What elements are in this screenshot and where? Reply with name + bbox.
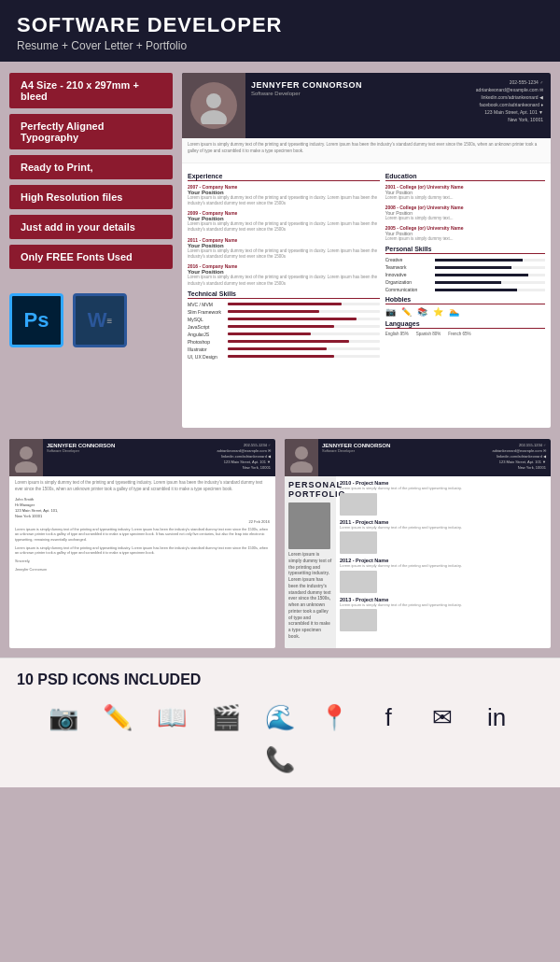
left-sidebar: A4 Size - 210 x 297mm + bleed Perfectly … <box>9 73 173 428</box>
icons-section: 10 PSD ICONS INCLUDED 📷✏️📖🎬🌊📍f✉in📞 <box>0 658 560 787</box>
cover-letter-contact: 202-555-1234 ♂ adriankeonard@example.com… <box>212 439 275 476</box>
resume-preview: JENNYFER CONNORSON Software Developer 20… <box>182 73 551 428</box>
phone-icon: 📞 <box>259 745 301 774</box>
page-header: SOFTWARE DEVELOPER Resume + Cover Letter… <box>0 0 560 62</box>
resume-body: Experience 2007 - Company Name Your Posi… <box>182 163 551 367</box>
portfolio-body: PERSONAL PORTFOLIO Lorem ipsum is simply… <box>285 476 551 648</box>
resume-candidate-name: JENNYFER CONNORSON <box>251 80 463 90</box>
education-entry: 2005 - College (or) University Name Your… <box>385 225 545 242</box>
language-row: English 95%Spanish 80%French 65% <box>385 332 545 336</box>
hobby-icon: 📷 <box>385 307 396 317</box>
tech-skill-row: MySQL <box>188 317 380 322</box>
resume-header: JENNYFER CONNORSON Software Developer 20… <box>182 73 551 138</box>
wave-icon: 🌊 <box>259 703 301 732</box>
education-entries: 2001 - College (or) University Name Your… <box>385 184 545 243</box>
tech-skill-row: Illustrator <box>188 347 380 352</box>
hobby-icon: ⭐ <box>433 307 443 317</box>
tech-skill-row: Photoshop <box>188 339 380 345</box>
tech-skill-row: UI, UX Design <box>188 354 380 360</box>
resume-contact: 202-555-1234 ♂ adriankeonard@example.com… <box>469 73 551 138</box>
portfolio-project: 2010 - Project Name Lorem ipsum is simpl… <box>340 480 547 516</box>
technical-skills-title: Technical Skills <box>188 290 380 299</box>
resume-candidate-title: Software Developer <box>251 91 463 96</box>
facebook-icon: f <box>368 703 409 732</box>
education-entry: 2008 - College (or) University Name Your… <box>385 205 545 221</box>
main-content: A4 Size - 210 x 297mm + bleed Perfectly … <box>0 62 560 439</box>
project-image <box>340 571 377 593</box>
photo-circle <box>190 82 237 129</box>
cover-letter-photo <box>9 439 43 476</box>
experience-entry: 2016 - Company Name Your Position Lorem … <box>188 263 380 287</box>
portfolio-project: 2013 - Project Name Lorem ipsum is simpl… <box>340 597 547 632</box>
tech-skill-row: AngularJS <box>188 332 380 337</box>
cover-letter-candidate-title: Software Developer <box>47 448 208 453</box>
hobby-icon: 📚 <box>417 307 427 317</box>
icons-grid: 📷✏️📖🎬🌊📍f✉in📞 <box>17 703 543 774</box>
software-icons: Ps W ≡ <box>9 286 173 355</box>
experience-entry: 2009 - Company Name Your Position Lorem … <box>188 210 380 233</box>
cover-letter-para-4: Jennyfer Connorson <box>15 568 270 573</box>
cover-intro-text: Lorem ipsum is simply dummy text of the … <box>15 480 270 493</box>
resume-summary-section: Lorem ipsum is simply dummy text of the … <box>182 138 551 163</box>
languages-title: Languages <box>385 320 545 329</box>
linkedin-icon: in <box>476 703 517 732</box>
photoshop-icon: Ps <box>9 293 63 347</box>
cover-letter-date: 22 Feb 2016 <box>15 519 270 525</box>
language-item: English 95% <box>385 332 409 336</box>
resume-phone: 202-555-1234 ♂ <box>476 78 543 86</box>
cover-letter-recipient: John Smith Hr Manager 123 Main Street, A… <box>15 497 270 519</box>
cover-letter-para-3: Sincerely, <box>15 559 270 565</box>
language-item: French 65% <box>448 332 470 336</box>
svg-point-1 <box>201 110 227 124</box>
resume-name-area: JENNYFER CONNORSON Software Developer <box>245 73 469 138</box>
portfolio-preview: JENNYFER CONNORSON Software Developer 20… <box>285 439 551 648</box>
education-section-title: Education <box>385 173 545 181</box>
personal-skill-row: Innovative <box>385 272 545 277</box>
tech-skill-row: Slim Framework <box>188 309 380 315</box>
feature-fonts: Only FREE Fonts Used <box>9 245 173 269</box>
portfolio-header: JENNYFER CONNORSON Software Developer 20… <box>285 439 551 476</box>
portfolio-left-panel: PERSONAL PORTFOLIO Lorem ipsum is simply… <box>285 476 336 648</box>
personal-skill-row: Organization <box>385 279 545 285</box>
svg-point-2 <box>20 446 33 460</box>
film-icon: 🎬 <box>205 703 246 732</box>
resume-summary: Lorem ipsum is simply dummy text of the … <box>188 142 545 155</box>
resume-left-column: Experience 2007 - Company Name Your Posi… <box>188 169 380 361</box>
cover-letter-para-2: Lorem ipsum is simply dummy text of the … <box>15 546 270 557</box>
portfolio-name-area: JENNYFER CONNORSON Software Developer <box>318 439 487 476</box>
hobby-icon: 🏊 <box>449 307 459 317</box>
portfolio-right-panel: 2010 - Project Name Lorem ipsum is simpl… <box>336 476 551 648</box>
project-image <box>340 493 377 516</box>
tech-skill-row: MVC / MVM <box>188 302 380 307</box>
portfolio-project: 2011 - Project Name Lorem ipsum is simpl… <box>340 519 547 555</box>
feature-typography: Perfectly Aligned Typography <box>9 114 173 149</box>
project-image <box>340 531 377 554</box>
education-entry: 2001 - College (or) University Name Your… <box>385 184 545 201</box>
svg-point-3 <box>15 461 37 473</box>
page-subtitle: Resume + Cover Letter + Portfolio <box>17 39 543 52</box>
portfolio-project: 2012 - Project Name Lorem ipsum is simpl… <box>340 558 547 593</box>
portfolio-photo <box>285 439 318 476</box>
cover-letter-body: Lorem ipsum is simply dummy text of the … <box>9 476 275 579</box>
personal-skills-title: Personal Skills <box>385 246 545 254</box>
cover-letter-header: JENNYFER CONNORSON Software Developer 20… <box>9 439 275 476</box>
cover-letter-para-1: Lorem ipsum is simply dummy text of the … <box>15 528 270 544</box>
experience-entry: 2007 - Company Name Your Position Lorem … <box>188 184 380 207</box>
book-icon: 📖 <box>151 703 192 732</box>
cover-letter-name-area: JENNYFER CONNORSON Software Developer <box>43 439 212 476</box>
resume-right-column: Education 2001 - College (or) University… <box>385 169 545 361</box>
email-icon: ✉ <box>422 703 463 732</box>
experience-entries: 2007 - Company Name Your Position Lorem … <box>188 184 380 287</box>
hobbies-title: Hobbies <box>385 296 545 304</box>
feature-print: Ready to Print, <box>9 155 173 179</box>
personal-skill-row: Communication <box>385 287 545 292</box>
location-icon: 📍 <box>314 703 355 732</box>
hobbies-icons: 📷✏️📚⭐🏊 <box>385 307 545 317</box>
personal-skill-bars: Creative Teamwork Innovative Organizatio… <box>385 257 545 292</box>
portfolio-main-image <box>288 502 330 549</box>
portfolio-contact: 202-555-1234 ♂ adriankeonard@example.com… <box>487 439 551 476</box>
portfolio-section-title: PERSONAL PORTFOLIO <box>288 480 332 499</box>
feature-hires: High Resolution files <box>9 185 173 209</box>
hobby-icon: ✏️ <box>401 307 412 317</box>
language-item: Spanish 80% <box>416 332 441 336</box>
